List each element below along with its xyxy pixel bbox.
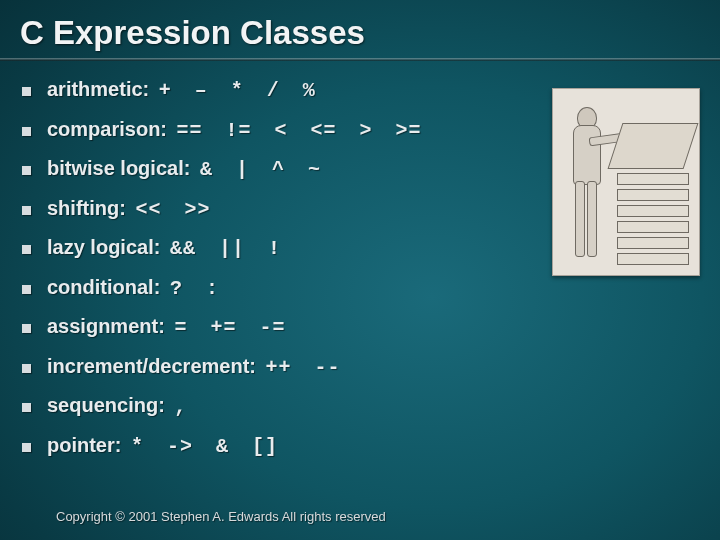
item-label: arithmetic: xyxy=(47,78,149,100)
item-label: pointer: xyxy=(47,434,121,456)
square-bullet-icon xyxy=(22,87,31,96)
square-bullet-icon xyxy=(22,364,31,373)
item-operators: ++ -- xyxy=(266,356,341,379)
item-operators: && || ! xyxy=(170,237,281,260)
item-operators: = += -= xyxy=(174,316,285,339)
item-label: shifting: xyxy=(47,197,126,219)
item-label: sequencing: xyxy=(47,394,165,416)
item-text: pointer: * -> & [] xyxy=(47,434,278,458)
list-item: conditional: ? : xyxy=(22,276,700,300)
item-operators: & | ^ ~ xyxy=(200,158,321,181)
item-text: arithmetic: + – * / % xyxy=(47,78,316,102)
item-text: shifting: << >> xyxy=(47,197,210,221)
square-bullet-icon xyxy=(22,245,31,254)
item-label: bitwise logical: xyxy=(47,157,190,179)
item-text: sequencing: , xyxy=(47,394,187,418)
slide-title: C Expression Classes xyxy=(20,14,365,52)
illustration-woodcut xyxy=(552,88,700,276)
square-bullet-icon xyxy=(22,443,31,452)
list-item: increment/decrement: ++ -- xyxy=(22,355,700,379)
item-label: assignment: xyxy=(47,315,165,337)
item-text: assignment: = += -= xyxy=(47,315,285,339)
item-operators: << >> xyxy=(135,198,210,221)
square-bullet-icon xyxy=(22,166,31,175)
item-text: lazy logical: && || ! xyxy=(47,236,281,260)
item-operators: ? : xyxy=(170,277,219,300)
item-operators: == != < <= > >= xyxy=(177,119,422,142)
item-label: lazy logical: xyxy=(47,236,160,258)
illustration-person-icon xyxy=(567,107,607,257)
list-item: sequencing: , xyxy=(22,394,700,418)
title-divider xyxy=(0,58,720,61)
square-bullet-icon xyxy=(22,127,31,136)
item-operators: + – * / % xyxy=(159,79,316,102)
copyright-footer: Copyright © 2001 Stephen A. Edwards All … xyxy=(56,509,386,524)
illustration-cabinet-icon xyxy=(615,123,689,263)
square-bullet-icon xyxy=(22,324,31,333)
item-text: increment/decrement: ++ -- xyxy=(47,355,341,379)
square-bullet-icon xyxy=(22,206,31,215)
item-label: conditional: xyxy=(47,276,160,298)
item-text: conditional: ? : xyxy=(47,276,219,300)
item-label: comparison: xyxy=(47,118,167,140)
item-text: comparison: == != < <= > >= xyxy=(47,118,422,142)
item-operators: * -> & [] xyxy=(131,435,278,458)
list-item: pointer: * -> & [] xyxy=(22,434,700,458)
item-operators: , xyxy=(174,395,187,418)
square-bullet-icon xyxy=(22,285,31,294)
square-bullet-icon xyxy=(22,403,31,412)
item-label: increment/decrement: xyxy=(47,355,256,377)
list-item: assignment: = += -= xyxy=(22,315,700,339)
item-text: bitwise logical: & | ^ ~ xyxy=(47,157,321,181)
